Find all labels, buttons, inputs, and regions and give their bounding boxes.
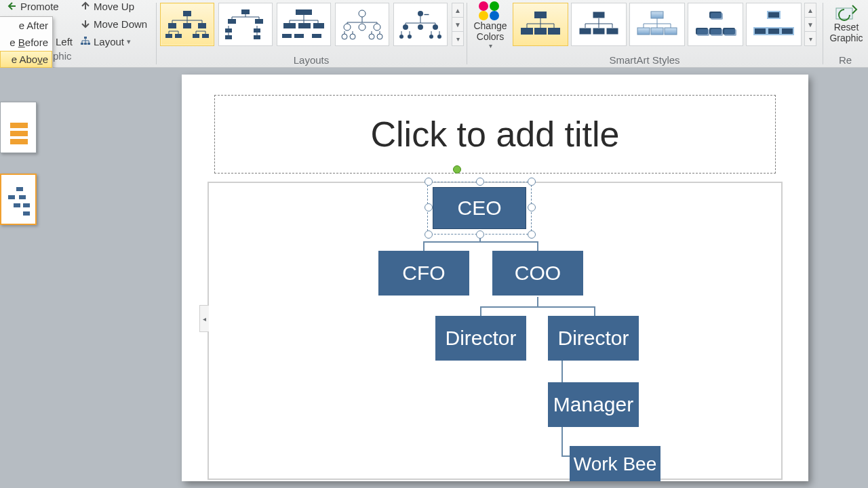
- svg-rect-46: [534, 28, 547, 35]
- thumbnail-preview-icon: [1, 102, 37, 154]
- svg-point-36: [403, 24, 408, 30]
- svg-rect-73: [8, 195, 15, 199]
- style-option-3[interactable]: [629, 3, 685, 46]
- svg-rect-21: [298, 23, 311, 28]
- reset-graphic-button[interactable]: Reset Graphic: [826, 0, 867, 53]
- org-node-director-2[interactable]: Director: [548, 316, 639, 361]
- svg-rect-60: [711, 13, 723, 20]
- svg-point-41: [429, 35, 433, 39]
- styles-gallery-scroller[interactable]: ▲ ▼ ▾: [804, 3, 816, 46]
- resize-handle[interactable]: [476, 178, 484, 186]
- connector: [480, 306, 481, 316]
- gallery-up-icon[interactable]: ▲: [805, 3, 816, 18]
- promote-button[interactable]: Promote: [4, 0, 62, 15]
- resize-handle[interactable]: [425, 230, 433, 239]
- org-node-ceo[interactable]: CEO: [433, 187, 526, 229]
- layouts-gallery: — ▲ ▼ ▾: [159, 0, 467, 49]
- layout-label: Layout: [94, 36, 124, 47]
- rotation-handle-icon[interactable]: [453, 165, 461, 174]
- svg-rect-55: [665, 28, 677, 35]
- gallery-more-icon[interactable]: ▾: [805, 32, 816, 45]
- org-node-coo[interactable]: COO: [492, 251, 583, 296]
- add-shape-above[interactable]: e Above: [0, 51, 52, 68]
- org-node-workbee[interactable]: Work Bee: [570, 446, 660, 481]
- org-node-director-1[interactable]: Director: [435, 316, 526, 361]
- node-label: CEO: [457, 197, 501, 220]
- left-label: Left: [56, 36, 73, 47]
- svg-rect-70: [10, 131, 28, 136]
- svg-rect-6: [183, 23, 191, 28]
- gallery-more-icon[interactable]: ▾: [452, 32, 463, 45]
- node-label: CFO: [402, 262, 445, 285]
- node-label: Director: [557, 327, 629, 350]
- resize-handle[interactable]: [528, 203, 536, 211]
- connector: [480, 306, 595, 308]
- change-colors-button[interactable]: Change Colors: [471, 0, 510, 53]
- svg-rect-76: [23, 203, 30, 207]
- slide-thumbnail[interactable]: [0, 102, 37, 153]
- add-shape-before[interactable]: e Before: [0, 34, 52, 51]
- style-option-1[interactable]: [513, 3, 568, 46]
- group-label-layouts: Layouts: [156, 54, 467, 66]
- svg-rect-52: [651, 12, 663, 18]
- layout-option-5[interactable]: —: [393, 3, 448, 46]
- slide-canvas[interactable]: Click to add title ◂ CEO: [182, 75, 808, 481]
- layout-dropdown[interactable]: Layout: [77, 33, 134, 50]
- svg-point-37: [418, 24, 423, 30]
- gallery-up-icon[interactable]: ▲: [452, 3, 463, 18]
- svg-rect-71: [10, 139, 28, 144]
- svg-point-33: [377, 34, 382, 39]
- gallery-down-icon[interactable]: ▼: [452, 18, 463, 32]
- reset-graphic-icon: [835, 1, 858, 22]
- move-up-button[interactable]: Move Up: [77, 0, 137, 15]
- title-placeholder[interactable]: Click to add title: [214, 95, 776, 174]
- connector: [423, 241, 538, 243]
- right-to-left-button[interactable]: Left: [53, 33, 75, 50]
- svg-rect-51: [606, 28, 618, 35]
- style-option-4[interactable]: [688, 3, 743, 46]
- node-label: COO: [515, 262, 561, 285]
- arrow-up-icon: [80, 1, 91, 12]
- org-node-cfo[interactable]: CFO: [378, 251, 469, 296]
- slide-thumbnail[interactable]: [0, 174, 37, 225]
- change-colors-icon: [479, 1, 502, 20]
- svg-rect-12: [241, 9, 250, 14]
- org-node-manager[interactable]: Manager: [548, 382, 639, 427]
- layout-option-1[interactable]: [160, 3, 214, 46]
- style-option-2[interactable]: [571, 3, 627, 46]
- svg-point-39: [399, 35, 403, 39]
- add-shape-after[interactable]: e After: [0, 17, 52, 34]
- svg-rect-54: [651, 28, 663, 35]
- change-colors-label-1: Change: [473, 20, 507, 31]
- reset-label-2: Graphic: [829, 33, 863, 43]
- svg-point-40: [408, 35, 412, 39]
- smartart-container[interactable]: ◂ CEO: [208, 182, 783, 480]
- svg-point-38: [433, 24, 438, 30]
- text-pane-toggle[interactable]: ◂: [199, 305, 209, 332]
- svg-rect-48: [593, 12, 605, 18]
- layout-option-3[interactable]: [277, 3, 331, 46]
- resize-handle[interactable]: [425, 203, 433, 211]
- layouts-gallery-scroller[interactable]: ▲ ▼ ▾: [452, 3, 464, 46]
- layout-option-2[interactable]: [218, 3, 273, 46]
- resize-handle[interactable]: [476, 230, 484, 239]
- resize-handle[interactable]: [528, 230, 536, 239]
- create-graphic-group-fragment: phic: [53, 50, 72, 62]
- svg-rect-15: [225, 28, 232, 33]
- svg-rect-50: [593, 28, 605, 35]
- connector: [423, 241, 425, 251]
- svg-point-29: [374, 24, 380, 30]
- style-option-5[interactable]: [746, 3, 802, 46]
- resize-handle[interactable]: [528, 178, 536, 186]
- thumbnail-preview-icon: [1, 175, 38, 226]
- svg-rect-22: [313, 23, 324, 28]
- layout-option-4[interactable]: [335, 3, 389, 46]
- resize-handle[interactable]: [425, 178, 433, 186]
- promote-label: Promote: [20, 1, 59, 12]
- move-down-button[interactable]: Move Down: [77, 15, 150, 33]
- svg-rect-25: [312, 34, 321, 38]
- smartart-styles-gallery: ▲ ▼ ▾: [511, 0, 821, 49]
- svg-rect-8: [165, 34, 172, 38]
- svg-rect-62: [711, 29, 723, 36]
- gallery-down-icon[interactable]: ▼: [805, 18, 816, 32]
